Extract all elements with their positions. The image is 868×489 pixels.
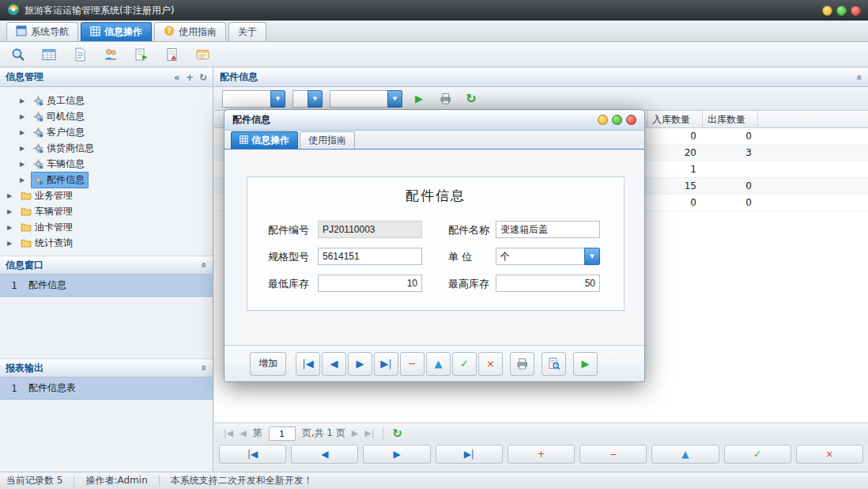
spec-field[interactable] <box>318 248 422 265</box>
first-record-button[interactable]: |◀ <box>219 445 286 464</box>
document-tool-button[interactable] <box>70 44 90 65</box>
info-window-item-parts-info[interactable]: 1 配件信息 <box>0 275 213 297</box>
dialog-print-button[interactable] <box>510 352 534 376</box>
part-no-field[interactable] <box>318 221 422 238</box>
report-output-item-parts-table[interactable]: 1 配件信息表 <box>0 377 213 400</box>
dialog-close-button[interactable] <box>626 115 636 125</box>
run-query-button[interactable]: ▶ <box>409 89 428 108</box>
tab-about[interactable]: 关于 <box>228 22 266 41</box>
tree-item-employee-info[interactable]: ▶ 员工信息 <box>0 93 213 108</box>
collapse-section-icon[interactable]: « <box>199 262 209 268</box>
print-button[interactable] <box>436 89 455 108</box>
tree-item-supplier-info[interactable]: ▶ 供货商信息 <box>0 140 213 156</box>
tree-item-vehicle-info[interactable]: ▶ 车辆信息 <box>0 156 213 172</box>
expand-arrow-icon[interactable]: ▶ <box>20 176 28 184</box>
window-close-button[interactable] <box>851 6 861 16</box>
report-output-header: 报表输出 « <box>0 358 213 377</box>
tree-folder-vehicle-management[interactable]: ▶ 车辆管理 <box>0 203 213 219</box>
dialog-titlebar[interactable]: 配件信息 <box>225 110 644 131</box>
edit-record-button[interactable]: ▲ <box>651 445 719 464</box>
page-first-button[interactable]: |◀ <box>224 428 233 438</box>
delete-record-button[interactable]: − <box>579 445 647 464</box>
report-tool-button[interactable] <box>162 44 183 65</box>
tree-item-driver-info[interactable]: ▶ 司机信息 <box>0 108 213 124</box>
dialog-edit-button[interactable]: ▲ <box>426 352 451 376</box>
dialog-maximize-button[interactable] <box>612 115 622 125</box>
tree-item-parts-info[interactable]: ▶ 配件信息 <box>0 172 213 188</box>
expand-arrow-icon[interactable]: ▶ <box>20 97 28 104</box>
grid-toolbar: ▼ ▼ ▼ ▶ ↻ <box>214 87 868 111</box>
dialog-cancel-button[interactable]: × <box>478 352 503 376</box>
status-separator <box>74 476 74 487</box>
filter-combo-2-input[interactable] <box>292 90 308 108</box>
dialog-window-controls <box>598 115 636 125</box>
dropdown-button[interactable]: ▼ <box>308 90 323 108</box>
dialog-last-record-button[interactable]: ▶| <box>374 352 398 376</box>
dropdown-button[interactable]: ▼ <box>584 248 600 265</box>
dialog-body: 配件信息 配件编号 配件名称 规格型号 单 位 ▼ <box>225 150 644 345</box>
expand-arrow-icon[interactable]: ▶ <box>20 145 28 152</box>
expand-arrow-icon[interactable]: ▶ <box>7 208 16 215</box>
parts-info-dialog: 配件信息 信息操作 使用指南 配件信息 配件编号 配件名称 <box>224 109 645 382</box>
tab-system-navigation[interactable]: 系统导航 <box>6 22 78 41</box>
window-minimize-button[interactable] <box>822 6 832 16</box>
page-next-button[interactable]: ▶ <box>352 428 358 438</box>
tree-folder-oilcard-management[interactable]: ▶ 油卡管理 <box>0 219 213 235</box>
add-button[interactable]: 增加 <box>250 352 286 376</box>
window-maximize-button[interactable] <box>836 6 847 16</box>
tab-user-guide[interactable]: ? 使用指南 <box>154 22 226 41</box>
last-record-button[interactable]: ▶| <box>436 445 503 464</box>
data-table-tool-button[interactable] <box>39 44 59 65</box>
tab-info-operations[interactable]: 信息操作 <box>81 22 152 41</box>
add-record-button[interactable]: + <box>508 445 575 464</box>
search-tool-button[interactable] <box>8 44 28 65</box>
page-prev-button[interactable]: ◀ <box>240 428 246 438</box>
unit-combo-input[interactable] <box>496 248 584 265</box>
dialog-minimize-button[interactable] <box>598 115 608 125</box>
expand-arrow-icon[interactable]: ▶ <box>7 224 16 231</box>
expand-arrow-icon[interactable]: ▶ <box>20 129 28 136</box>
page-last-button[interactable]: ▶| <box>364 428 374 438</box>
dialog-delete-button[interactable]: − <box>400 352 425 376</box>
dialog-first-record-button[interactable]: |◀ <box>296 352 320 376</box>
prev-record-button[interactable]: ◀ <box>291 445 358 464</box>
cards-tool-button[interactable] <box>193 44 213 65</box>
column-header-outbound-qty[interactable]: 出库数量 <box>703 111 758 128</box>
page-refresh-button[interactable]: ↻ <box>392 426 402 441</box>
dropdown-button[interactable]: ▼ <box>270 90 285 108</box>
filter-combo-3-input[interactable] <box>330 90 387 108</box>
part-name-field[interactable] <box>496 221 600 238</box>
expand-arrow-icon[interactable]: ▶ <box>20 161 28 168</box>
next-record-button[interactable]: ▶ <box>363 445 430 464</box>
refresh-grid-button[interactable]: ↻ <box>462 89 481 108</box>
dropdown-button[interactable]: ▼ <box>387 90 402 108</box>
collapse-main-panel-icon[interactable]: « <box>855 74 864 81</box>
filter-combo-1-input[interactable] <box>222 90 270 108</box>
page-number-input[interactable] <box>269 426 296 441</box>
dialog-preview-button[interactable] <box>542 352 566 376</box>
staff-tool-button[interactable] <box>100 44 121 65</box>
save-record-button[interactable]: ✓ <box>724 445 791 464</box>
dialog-next-record-button[interactable]: ▶ <box>348 352 372 376</box>
statusbar: 当前记录数 5 操作者:Admin 本系统支持二次开发和全新开发！ <box>0 472 868 489</box>
dialog-tab-info-operations[interactable]: 信息操作 <box>231 131 298 149</box>
expand-arrow-icon[interactable]: ▶ <box>20 113 28 120</box>
dialog-run-button[interactable]: ▶ <box>573 352 598 376</box>
tree-folder-business-management[interactable]: ▶ 业务管理 <box>0 188 213 203</box>
add-panel-button[interactable]: + <box>186 73 194 82</box>
collapse-panel-button[interactable]: « <box>174 73 180 82</box>
max-stock-field[interactable] <box>496 275 600 292</box>
tree-folder-statistics-query[interactable]: ▶ 统计查询 <box>0 235 213 251</box>
refresh-panel-button[interactable]: ↻ <box>199 73 207 82</box>
expand-arrow-icon[interactable]: ▶ <box>7 240 16 247</box>
tree-item-customer-info[interactable]: ▶ 客户信息 <box>0 124 213 140</box>
expand-arrow-icon[interactable]: ▶ <box>7 192 16 199</box>
dialog-tab-user-guide[interactable]: 使用指南 <box>300 131 355 149</box>
export-tool-button[interactable] <box>131 44 152 65</box>
column-header-inbound-qty[interactable]: 入库数量 <box>647 111 703 128</box>
dialog-prev-record-button[interactable]: ◀ <box>322 352 346 376</box>
min-stock-field[interactable] <box>318 275 422 292</box>
cancel-record-button[interactable]: × <box>796 445 863 464</box>
collapse-section-icon[interactable]: « <box>199 365 209 371</box>
dialog-save-button[interactable]: ✓ <box>452 352 477 376</box>
